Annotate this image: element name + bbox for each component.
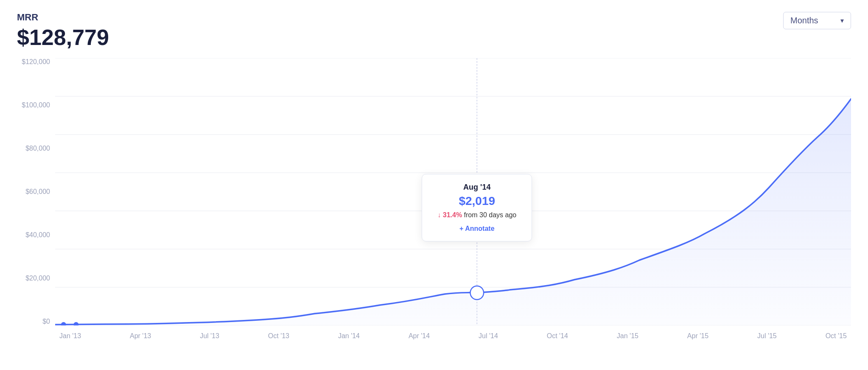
- x-label-jan15: Jan '15: [617, 332, 638, 340]
- x-axis: Jan '13 Apr '13 Jul '13 Oct '13 Jan '14 …: [55, 325, 851, 347]
- chart-header: MRR $128,779 Months ▾: [17, 12, 851, 50]
- period-dropdown-label: Months: [790, 16, 818, 25]
- mrr-label: MRR: [17, 12, 109, 23]
- annotate-button[interactable]: + Annotate: [434, 225, 520, 233]
- x-label-jul15: Jul '15: [757, 332, 777, 340]
- tooltip-change-pct: 31.4%: [443, 211, 462, 219]
- tooltip-value: $2,019: [434, 194, 520, 208]
- mrr-value: $128,779: [17, 25, 109, 50]
- period-dropdown[interactable]: Months ▾: [783, 12, 851, 29]
- down-arrow-icon: ↓: [437, 211, 441, 219]
- svg-point-9: [73, 322, 78, 325]
- tooltip-change-label: from 30 days ago: [464, 211, 517, 219]
- x-label-oct14: Oct '14: [547, 332, 568, 340]
- x-label-jul14: Jul '14: [479, 332, 498, 340]
- chart-tooltip: Aug '14 $2,019 ↓ 31.4% from 30 days ago …: [422, 174, 532, 241]
- y-label-100k: $100,000: [22, 101, 50, 109]
- svg-point-11: [470, 286, 484, 300]
- y-label-120k: $120,000: [22, 58, 50, 66]
- y-label-20k: $20,000: [25, 275, 50, 282]
- tooltip-date: Aug '14: [434, 183, 520, 192]
- x-label-jan14: Jan '14: [338, 332, 360, 340]
- x-label-apr14: Apr '14: [409, 332, 430, 340]
- tooltip-change: ↓ 31.4% from 30 days ago: [434, 211, 520, 219]
- y-axis: $120,000 $100,000 $80,000 $60,000 $40,00…: [17, 58, 55, 325]
- y-label-0: $0: [42, 318, 50, 325]
- chart-area: $120,000 $100,000 $80,000 $60,000 $40,00…: [17, 58, 851, 347]
- y-label-80k: $80,000: [25, 145, 50, 152]
- x-label-oct13: Oct '13: [268, 332, 289, 340]
- svg-point-8: [61, 322, 66, 325]
- y-label-40k: $40,000: [25, 231, 50, 239]
- header-left: MRR $128,779: [17, 12, 109, 50]
- x-label-jan13: Jan '13: [59, 332, 81, 340]
- main-container: MRR $128,779 Months ▾ $120,000 $100,000 …: [0, 0, 868, 370]
- x-label-apr15: Apr '15: [687, 332, 708, 340]
- chevron-down-icon: ▾: [840, 17, 844, 25]
- x-label-jul13: Jul '13: [200, 332, 219, 340]
- x-label-oct15: Oct '15: [826, 332, 847, 340]
- x-label-apr13: Apr '13: [130, 332, 151, 340]
- y-label-60k: $60,000: [25, 188, 50, 196]
- chart-canvas: Aug '14 $2,019 ↓ 31.4% from 30 days ago …: [55, 58, 851, 325]
